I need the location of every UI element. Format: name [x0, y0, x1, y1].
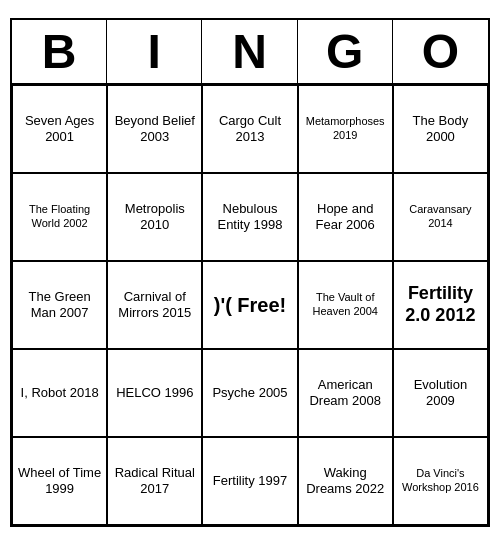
- bingo-header: BINGO: [12, 20, 488, 85]
- bingo-cell-12: )'( Free!: [202, 261, 297, 349]
- bingo-cell-23: Waking Dreams 2022: [298, 437, 393, 525]
- bingo-letter-o: O: [393, 20, 488, 83]
- bingo-cell-8: Hope and Fear 2006: [298, 173, 393, 261]
- bingo-cell-17: Psyche 2005: [202, 349, 297, 437]
- bingo-cell-3: Metamorphoses 2019: [298, 85, 393, 173]
- bingo-cell-24: Da Vinci's Workshop 2016: [393, 437, 488, 525]
- bingo-letter-i: I: [107, 20, 202, 83]
- bingo-cell-18: American Dream 2008: [298, 349, 393, 437]
- bingo-cell-2: Cargo Cult 2013: [202, 85, 297, 173]
- bingo-cell-13: The Vault of Heaven 2004: [298, 261, 393, 349]
- bingo-cell-15: I, Robot 2018: [12, 349, 107, 437]
- bingo-letter-g: G: [298, 20, 393, 83]
- bingo-cell-0: Seven Ages 2001: [12, 85, 107, 173]
- bingo-cell-11: Carnival of Mirrors 2015: [107, 261, 202, 349]
- bingo-cell-9: Caravansary 2014: [393, 173, 488, 261]
- bingo-cell-5: The Floating World 2002: [12, 173, 107, 261]
- bingo-cell-14: Fertility 2.0 2012: [393, 261, 488, 349]
- bingo-cell-19: Evolution 2009: [393, 349, 488, 437]
- bingo-cell-22: Fertility 1997: [202, 437, 297, 525]
- bingo-cell-4: The Body 2000: [393, 85, 488, 173]
- bingo-card: BINGO Seven Ages 2001Beyond Belief 2003C…: [10, 18, 490, 527]
- bingo-cell-1: Beyond Belief 2003: [107, 85, 202, 173]
- bingo-cell-10: The Green Man 2007: [12, 261, 107, 349]
- bingo-cell-20: Wheel of Time 1999: [12, 437, 107, 525]
- bingo-cell-7: Nebulous Entity 1998: [202, 173, 297, 261]
- bingo-cell-21: Radical Ritual 2017: [107, 437, 202, 525]
- bingo-grid: Seven Ages 2001Beyond Belief 2003Cargo C…: [12, 85, 488, 525]
- bingo-cell-6: Metropolis 2010: [107, 173, 202, 261]
- bingo-letter-n: N: [202, 20, 297, 83]
- bingo-cell-16: HELCO 1996: [107, 349, 202, 437]
- bingo-letter-b: B: [12, 20, 107, 83]
